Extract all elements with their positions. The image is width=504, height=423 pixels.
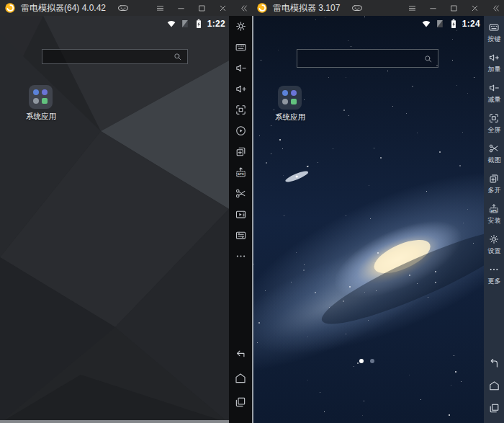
record-icon xyxy=(235,125,247,137)
multi-window-icon xyxy=(488,173,500,184)
menu-button[interactable] xyxy=(408,4,417,13)
volume-up-icon xyxy=(488,52,500,63)
minimize-button[interactable] xyxy=(428,4,438,13)
window-bottom-edge xyxy=(0,420,229,423)
sim-icon xyxy=(435,19,445,29)
maximize-button[interactable] xyxy=(197,4,207,13)
android-screen-right: 1:24 系统应用 xyxy=(252,16,484,423)
svg-text:APK: APK xyxy=(491,209,498,213)
page-dot xyxy=(370,359,374,363)
ldplayer-logo-icon xyxy=(256,2,268,14)
menu-button[interactable] xyxy=(156,4,165,13)
left-status-bar: 1:22 xyxy=(166,19,225,29)
sidebar-multi-window-button[interactable] xyxy=(235,146,247,158)
home-icon xyxy=(488,380,500,392)
wifi-icon xyxy=(421,19,431,29)
sidebar-item-label: 截图 xyxy=(487,156,500,164)
recents-icon xyxy=(234,396,247,409)
sidebar-gear-button[interactable] xyxy=(235,20,247,32)
sidebar-scissors-button[interactable]: 截图 xyxy=(487,143,501,165)
volume-down-icon xyxy=(235,62,247,74)
swap-icon xyxy=(235,229,247,241)
gamepad-icon[interactable] xyxy=(116,2,130,14)
right-titlebar: 雷电模拟器 3.107 xyxy=(252,0,504,16)
sidebar-multi-window-button[interactable]: 多开 xyxy=(487,173,501,195)
sidebar-ellipsis-button[interactable]: 更多 xyxy=(487,264,501,286)
right-window-title: 雷电模拟器 3.107 xyxy=(273,2,340,14)
folder-label: 系统应用 xyxy=(12,112,70,122)
right-toolbar: 按键加量减量全屏截图多开APK安装设置更多 xyxy=(484,16,504,423)
gear-icon xyxy=(488,233,500,245)
back-icon xyxy=(234,348,247,361)
sidebar-item-label: 全屏 xyxy=(487,125,500,134)
sim-icon xyxy=(180,19,190,29)
left-window-title: 雷电模拟器(64) 4.0.42 xyxy=(21,2,106,14)
close-button[interactable] xyxy=(470,4,480,13)
sidebar-video-button[interactable] xyxy=(235,208,247,221)
folder-icon xyxy=(278,86,302,110)
right-android-nav xyxy=(488,357,500,423)
ellipsis-icon xyxy=(235,250,247,262)
nav-back-button[interactable] xyxy=(234,348,247,361)
scissors-icon xyxy=(488,143,500,154)
sidebar-volume-down-button[interactable] xyxy=(235,62,247,74)
ldplayer-logo-icon xyxy=(4,2,16,14)
status-time: 1:22 xyxy=(207,19,225,29)
back-curved-icon xyxy=(488,357,500,370)
sidebar-keyboard-button[interactable] xyxy=(235,41,247,53)
left-android-nav xyxy=(234,348,247,423)
gear-icon xyxy=(235,20,247,32)
fullscreen-icon xyxy=(488,112,500,124)
folder-icon xyxy=(29,85,53,109)
sidebar-item-label: 更多 xyxy=(487,277,500,285)
sidebar-swap-button[interactable] xyxy=(235,229,247,241)
sidebar-scissors-button[interactable] xyxy=(235,187,247,200)
sidebar-gear-button[interactable]: 设置 xyxy=(487,233,501,256)
maximize-button[interactable] xyxy=(449,4,459,13)
sidebar-fullscreen-button[interactable] xyxy=(235,104,247,116)
page-dot-active xyxy=(359,359,364,363)
sidebar-volume-down-button[interactable]: 减量 xyxy=(487,82,501,104)
sidebar-item-label: 安装 xyxy=(487,216,500,225)
battery-icon xyxy=(449,19,459,29)
system-apps-folder[interactable]: 系统应用 xyxy=(278,86,302,110)
close-button[interactable] xyxy=(218,4,228,13)
sidebar-fullscreen-button[interactable]: 全屏 xyxy=(487,112,501,135)
search-icon[interactable] xyxy=(173,52,182,61)
sidebar-volume-up-button[interactable]: 加量 xyxy=(487,52,501,74)
left-toolbar: APK xyxy=(229,16,252,423)
collapse-sidebar-button[interactable] xyxy=(239,4,248,13)
wifi-icon xyxy=(166,19,176,29)
fullscreen-icon xyxy=(235,104,247,116)
home-icon xyxy=(234,372,247,385)
volume-up-icon xyxy=(235,83,247,95)
ellipsis-icon xyxy=(488,264,500,275)
page-indicator xyxy=(359,359,374,363)
sidebar-ellipsis-button[interactable] xyxy=(235,250,247,262)
sidebar-volume-up-button[interactable] xyxy=(235,83,247,95)
nav-recents-button[interactable] xyxy=(234,396,247,409)
gamepad-icon[interactable] xyxy=(350,2,364,14)
sidebar-apk-install-button[interactable]: APK xyxy=(235,166,247,179)
apk-install-icon: APK xyxy=(488,203,500,215)
nav-recents-button[interactable] xyxy=(488,402,500,414)
system-apps-folder[interactable]: 系统应用 xyxy=(29,85,53,109)
scissors-icon xyxy=(235,187,247,200)
folder-label: 系统应用 xyxy=(261,112,319,123)
sidebar-item-label: 加量 xyxy=(487,65,500,74)
search-input[interactable] xyxy=(302,53,423,63)
search-input[interactable] xyxy=(48,52,173,62)
minimize-button[interactable] xyxy=(176,4,186,13)
nav-back-curved-button[interactable] xyxy=(488,357,500,370)
sidebar-record-button[interactable] xyxy=(235,125,247,137)
search-bar xyxy=(297,49,438,68)
sidebar-keyboard-button[interactable]: 按键 xyxy=(487,22,501,44)
sidebar-apk-install-button[interactable]: APK安装 xyxy=(487,203,501,226)
nav-home-button[interactable] xyxy=(488,380,500,392)
collapse-sidebar-button[interactable] xyxy=(491,4,500,13)
nav-home-button[interactable] xyxy=(234,372,247,385)
recents-icon xyxy=(488,402,500,414)
multi-window-icon xyxy=(235,146,247,158)
sidebar-item-label: 多开 xyxy=(487,186,500,195)
search-icon[interactable] xyxy=(423,54,433,63)
